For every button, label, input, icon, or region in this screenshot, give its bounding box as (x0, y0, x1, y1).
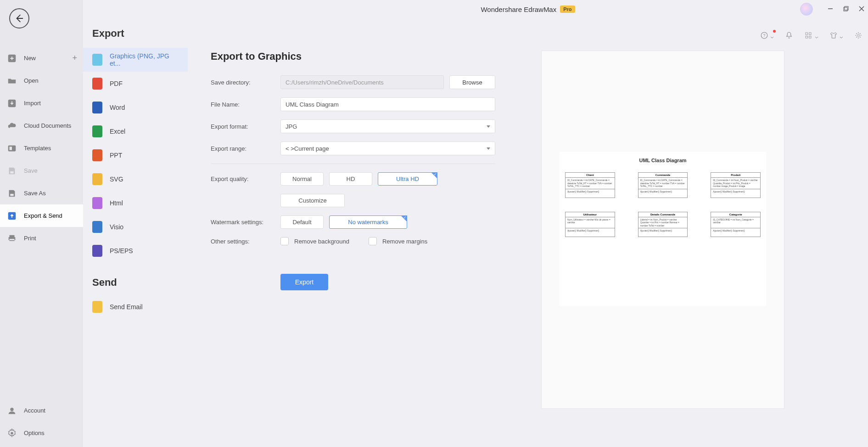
format-ppt[interactable]: PPT (83, 143, 188, 167)
help-button[interactable]: ? (760, 31, 774, 41)
graphics-icon (92, 54, 102, 66)
shortcut-button[interactable] (804, 31, 818, 41)
nav-label: Cloud Documents (24, 122, 71, 129)
save-icon (6, 165, 17, 176)
svg-rect-5 (10, 193, 13, 196)
settings-button[interactable] (854, 31, 862, 41)
nav-label: Import (24, 100, 41, 107)
nav-label: Account (24, 407, 45, 414)
format-pseps[interactable]: PS/EPS (83, 239, 188, 263)
templates-icon (6, 142, 17, 154)
nav-label: New (24, 55, 36, 62)
svg-rect-3 (9, 147, 12, 150)
nav-open[interactable]: Open (0, 69, 83, 92)
browse-button[interactable]: Browse (449, 75, 495, 89)
uml-box: Commande ID_Commande = int DATE_Commande… (638, 172, 688, 198)
format-label: Visio (110, 223, 123, 231)
remove-bg-checkbox[interactable] (280, 237, 289, 245)
nav-label: Open (24, 77, 39, 84)
check-icon (431, 172, 437, 179)
format-label: Excel (110, 128, 125, 135)
nav-new[interactable]: New + (0, 47, 83, 69)
save-dir-input (280, 75, 444, 89)
label-export-format: Export format: (211, 123, 280, 130)
nav-import[interactable]: Import (0, 92, 83, 114)
svg-icon (92, 173, 102, 185)
send-title: Send (83, 263, 188, 295)
label-quality: Export quality: (211, 175, 280, 182)
bell-button[interactable] (785, 31, 793, 41)
nav-save: Save (0, 159, 83, 182)
format-svg[interactable]: SVG (83, 167, 188, 191)
format-label: Graphics (PNG, JPG et... (110, 52, 179, 67)
svg-point-17 (857, 34, 860, 37)
send-email[interactable]: Send Email (83, 295, 188, 319)
nav-options[interactable]: Options (0, 422, 83, 444)
label-watermark: Watermark settings: (211, 219, 280, 226)
svg-rect-4 (10, 171, 13, 173)
quality-normal[interactable]: Normal (280, 172, 324, 186)
import-icon (6, 97, 17, 109)
maximize-button[interactable] (843, 5, 849, 13)
close-button[interactable] (859, 5, 864, 13)
uml-box: Details Commande Libérial = int Nom_Prod… (638, 212, 688, 238)
left-nav: New + Open Import Cloud Documents Templa… (0, 0, 83, 447)
quality-customize[interactable]: Customize (280, 194, 345, 207)
minimize-button[interactable] (828, 5, 833, 13)
export-button[interactable]: Export (280, 274, 328, 290)
main-area: Wondershare EdrawMax Pro ? (188, 0, 868, 447)
close-icon (859, 6, 864, 11)
pseps-icon (92, 245, 102, 257)
quality-hd[interactable]: HD (329, 172, 372, 186)
remove-bg-label: Remove background (294, 238, 349, 245)
nav-label: Save (24, 167, 38, 174)
shirt-button[interactable] (829, 31, 843, 41)
user-avatar[interactable] (800, 3, 813, 16)
nav-account[interactable]: Account (0, 399, 83, 422)
html-icon (92, 197, 102, 209)
format-graphics[interactable]: Graphics (PNG, JPG et... (83, 48, 188, 72)
pro-badge: Pro (560, 6, 575, 13)
maximize-icon (843, 6, 849, 11)
account-icon (6, 405, 17, 416)
watermark-default[interactable]: Default (280, 215, 324, 229)
preview-image: UML Class Diagram Client ID_Commande = i… (560, 152, 766, 306)
nav-cloud[interactable]: Cloud Documents (0, 114, 83, 137)
email-icon (92, 301, 102, 313)
send-label: Send Email (110, 303, 143, 311)
format-label: SVG (110, 175, 123, 183)
format-html[interactable]: Html (83, 191, 188, 215)
nav-print[interactable]: Print (0, 227, 83, 249)
svg-rect-14 (809, 33, 812, 35)
nav-templates[interactable]: Templates (0, 137, 83, 159)
plus-icon[interactable]: + (72, 53, 77, 63)
preview-title: UML Class Diagram (565, 158, 761, 163)
nav-saveas[interactable]: Save As (0, 182, 83, 204)
notification-dot (773, 30, 776, 33)
nav-label: Export & Send (24, 212, 62, 219)
nav-label: Save As (24, 190, 46, 197)
back-button[interactable] (9, 8, 29, 28)
quality-ultra[interactable]: Ultra HD (378, 172, 437, 186)
format-label: PDF (110, 80, 123, 87)
chevron-down-icon (815, 36, 818, 40)
check-icon (401, 215, 407, 222)
arrow-left-icon (14, 13, 24, 23)
shirt-icon (829, 31, 838, 40)
format-excel[interactable]: Excel (83, 119, 188, 143)
format-label: Word (110, 104, 125, 111)
remove-margins-checkbox[interactable] (369, 237, 377, 245)
export-range-select[interactable]: < >Current page (280, 141, 495, 155)
format-label: PPT (110, 152, 122, 159)
preview-panel: UML Class Diagram Client ID_Commande = i… (541, 51, 784, 409)
format-visio[interactable]: Visio (83, 215, 188, 239)
nav-export-send[interactable]: Export & Send (0, 204, 83, 227)
filename-input[interactable] (280, 97, 495, 111)
export-column: Export Graphics (PNG, JPG et... PDF Word… (83, 0, 188, 447)
nav-label: Print (24, 235, 36, 242)
folder-icon (6, 75, 17, 86)
format-pdf[interactable]: PDF (83, 72, 188, 96)
watermark-none[interactable]: No watermarks (329, 215, 407, 229)
format-word[interactable]: Word (83, 96, 188, 119)
export-format-select[interactable]: JPG (280, 119, 495, 133)
